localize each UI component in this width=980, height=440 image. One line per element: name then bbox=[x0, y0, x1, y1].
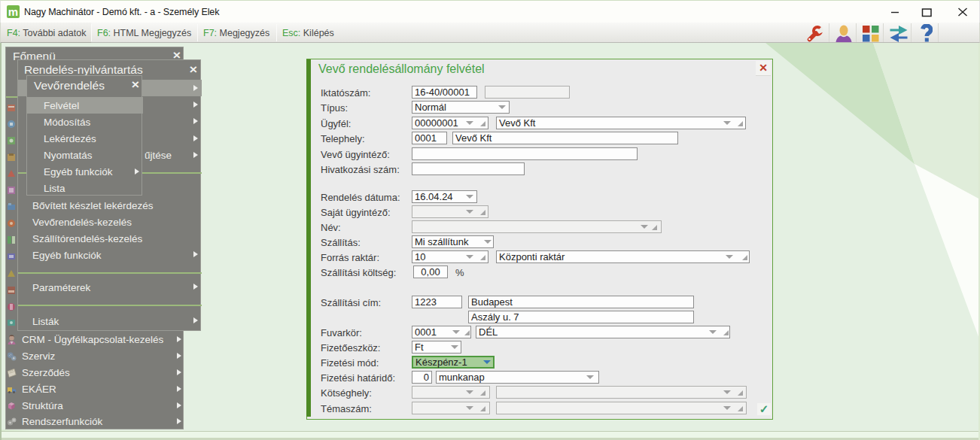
svg-text:m: m bbox=[8, 5, 18, 18]
